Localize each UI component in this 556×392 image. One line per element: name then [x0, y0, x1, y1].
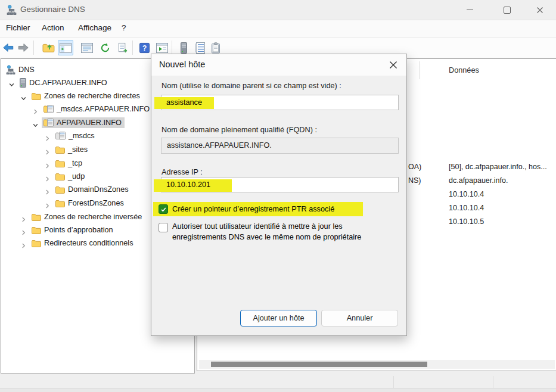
dns-server-icon[interactable]	[176, 41, 191, 55]
fqdn-label: Nom de domaine pleinement qualifié (FQDN…	[161, 126, 317, 134]
name-value: assistance	[166, 98, 202, 107]
export-list-icon[interactable]	[116, 41, 130, 55]
tree-node[interactable]: _msdcs.AFPAPAUER.INFO	[42, 104, 153, 114]
folder-icon	[55, 200, 65, 207]
menu-bar: Fichier Action Affichage ?	[0, 20, 556, 37]
divider	[393, 376, 394, 388]
tree-item-label: _sites	[68, 145, 88, 154]
dns-root-icon	[6, 65, 15, 74]
chevron-right-icon[interactable]	[44, 161, 51, 167]
record-type-fragment: OA)	[408, 163, 421, 171]
tree-item-label: DomainDnsZones	[68, 185, 129, 194]
tree-node[interactable]: _udp	[54, 171, 88, 182]
tree-item-label: DC.AFPAPAUER.INFO	[29, 79, 107, 87]
folder-icon	[55, 186, 65, 194]
tree-node[interactable]: DomainDnsZones	[54, 184, 132, 195]
tree-node[interactable]: ForestDnsZones	[54, 198, 127, 209]
tree-item-label: Points d’approbation	[44, 226, 113, 234]
tree-node[interactable]: _sites	[54, 144, 91, 155]
tree-node[interactable]: Zones de recherche inversée	[30, 211, 145, 222]
record-data-value[interactable]: 10.10.10.4	[449, 190, 484, 198]
folder-icon	[32, 213, 41, 221]
column-header-donnees[interactable]: Données	[449, 66, 479, 74]
chevron-right-icon[interactable]	[44, 147, 51, 154]
dialog-close-icon[interactable]	[387, 59, 399, 71]
forward-icon[interactable]	[16, 41, 30, 55]
tree-node[interactable]: Points d’approbation	[30, 225, 116, 235]
tree-node[interactable]: _tcp	[54, 158, 85, 169]
tree-item-label: Zones de recherche directes	[44, 92, 140, 100]
record-data-value[interactable]: 10.10.10.4	[449, 204, 484, 212]
tree-item-label: _msdcs	[69, 132, 95, 140]
chevron-right-icon[interactable]	[44, 187, 51, 194]
chevron-right-icon[interactable]	[32, 107, 39, 113]
new-window-icon[interactable]	[155, 41, 169, 55]
allow-update-checkbox[interactable]	[159, 223, 168, 232]
dialog-titlebar: Nouvel hôte	[151, 54, 406, 76]
maximize-icon[interactable]	[493, 0, 521, 20]
add-host-button[interactable]: Ajouter un hôte	[240, 310, 317, 326]
allow-update-checkbox-label: Autoriser tout utilisateur identifié à m…	[172, 222, 382, 242]
ip-label: Adresse IP :	[161, 168, 203, 176]
folder-icon	[32, 239, 41, 247]
horizontal-scrollbar[interactable]	[199, 360, 555, 369]
chevron-right-icon[interactable]	[44, 133, 51, 140]
back-icon[interactable]	[1, 41, 15, 55]
zone-gray-icon	[55, 132, 66, 140]
ptr-checkbox[interactable]	[159, 204, 168, 214]
chevron-down-icon[interactable]	[20, 94, 27, 100]
show-console-tree-icon[interactable]	[58, 40, 73, 55]
tree-item-label: _udp	[68, 172, 85, 181]
folder-icon	[32, 92, 41, 100]
tree-item-label: Redirecteurs conditionnels	[44, 239, 133, 247]
server-icon	[20, 78, 26, 88]
record-data-value[interactable]: dc.afpapauer.info.	[449, 176, 508, 185]
properties-icon[interactable]	[80, 41, 94, 55]
tree-node[interactable]: AFPAPAUER.INFO	[42, 117, 125, 128]
record-data-value[interactable]: [50], dc.afpapauer.info., hos...	[449, 163, 547, 171]
toolbar-separator	[172, 41, 172, 55]
tree-item-label: ForestDnsZones	[68, 199, 124, 207]
dns-manager-screen: Gestionnaire DNS Fichier Action Affichag…	[0, 0, 556, 392]
chevron-right-icon[interactable]	[20, 241, 27, 247]
tree-node[interactable]: DC.AFPAPAUER.INFO	[18, 77, 110, 89]
close-icon[interactable]	[526, 0, 554, 20]
tree-item-label: AFPAPAUER.INFO	[57, 119, 122, 127]
tree-node[interactable]: Redirecteurs conditionnels	[30, 238, 136, 248]
tree-node[interactable]: Zones de recherche directes	[30, 91, 143, 101]
tree-item-label: _msdcs.AFPAPAUER.INFO	[57, 105, 150, 113]
folder-icon	[55, 146, 65, 154]
column-divider[interactable]	[419, 61, 420, 79]
refresh-icon[interactable]	[98, 41, 112, 55]
chevron-down-icon[interactable]	[32, 120, 39, 127]
clipboard-icon[interactable]	[209, 41, 223, 55]
menu-affichage[interactable]: Affichage	[78, 23, 111, 32]
minimize-icon[interactable]	[456, 0, 483, 20]
menu-fichier[interactable]: Fichier	[6, 23, 30, 32]
chevron-right-icon[interactable]	[44, 174, 51, 181]
ptr-checkbox-label: Créer un pointeur d’enregistrement PTR a…	[172, 205, 334, 213]
chevron-right-icon[interactable]	[20, 228, 27, 234]
dns-app-icon	[7, 5, 17, 17]
tree-node[interactable]: _msdcs	[54, 130, 98, 141]
record-type-fragment: NS)	[408, 176, 421, 185]
record-data-value[interactable]: 10.10.10.5	[449, 217, 484, 226]
zone-icon	[44, 105, 54, 113]
cancel-button[interactable]: Annuler	[321, 310, 398, 326]
up-one-level-icon[interactable]	[42, 41, 56, 55]
chevron-right-icon[interactable]	[44, 201, 51, 207]
scrollbar-thumb[interactable]	[211, 362, 427, 367]
folder-icon	[55, 160, 65, 167]
background-strip	[0, 374, 556, 388]
menu-action[interactable]: Action	[42, 23, 64, 32]
record-list-icon[interactable]	[192, 41, 207, 55]
dialog-title: Nouvel hôte	[159, 60, 205, 69]
chevron-right-icon[interactable]	[20, 214, 27, 221]
divider	[493, 376, 493, 388]
folder-icon	[55, 173, 65, 181]
menu-help[interactable]: ?	[122, 23, 126, 32]
new-host-dialog: Nouvel hôte Nom (utilise le domaine pare…	[151, 54, 407, 336]
help-icon[interactable]: ?	[137, 41, 151, 55]
tree-node[interactable]: DNS	[4, 64, 38, 76]
chevron-down-icon[interactable]	[8, 80, 15, 86]
